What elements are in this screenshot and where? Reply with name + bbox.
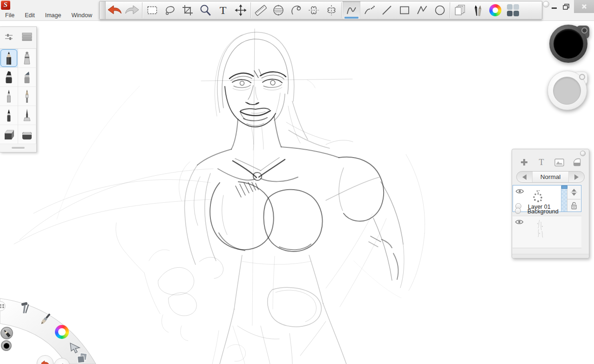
color-puck[interactable] — [547, 70, 588, 111]
brush-paintbrush[interactable] — [18, 87, 36, 106]
menu-image[interactable]: Image — [40, 10, 67, 21]
layer01-thumbnail — [527, 187, 549, 204]
french-curve-guide-tool[interactable] — [287, 1, 305, 19]
fill-layer-button[interactable] — [573, 158, 581, 168]
add-layer-icon — [520, 158, 528, 166]
layers-panel-pin[interactable] — [580, 151, 586, 156]
layers-panel-titlebar[interactable] — [512, 149, 589, 157]
ruler-guide-tool[interactable] — [252, 1, 270, 19]
current-color-swatch — [4, 343, 9, 349]
brush-eraser-soft[interactable] — [18, 125, 36, 144]
toolbar-divider — [341, 2, 342, 18]
rectangle-stroke-tool[interactable] — [396, 1, 413, 19]
eraser-soft-icon — [20, 128, 34, 141]
left-arrow-icon — [522, 174, 526, 180]
selected-tool-underline — [344, 17, 358, 19]
lagoon-brush-button[interactable] — [39, 312, 53, 328]
background-visibility-toggle[interactable] — [515, 218, 524, 227]
lasso-select-tool[interactable] — [161, 1, 179, 19]
app-logo: S — [1, 0, 10, 10]
freeform-stroke-tool[interactable] — [343, 1, 360, 19]
ink-pen-icon — [21, 70, 33, 84]
brush-puck-preview — [554, 29, 583, 59]
brush-palette-footer — [0, 144, 36, 152]
text-layer-button[interactable]: T — [537, 158, 546, 169]
symmetry-horizontal-tool[interactable] — [305, 1, 323, 19]
close-icon — [581, 4, 587, 9]
lagoon-layers-button[interactable] — [76, 352, 89, 364]
layers-panel: T Normal — [512, 149, 589, 258]
ellipse-guide-tool[interactable] — [270, 1, 287, 19]
brush-palette-resize-grip[interactable] — [12, 147, 25, 149]
current-color-indicator[interactable] — [1, 340, 12, 351]
rect-select-tool[interactable] — [143, 1, 161, 19]
add-layer-button[interactable] — [520, 158, 528, 168]
brush-eraser-hard[interactable] — [0, 125, 18, 144]
blend-mode-value[interactable]: Normal — [532, 172, 569, 182]
layers-panel-resize-grip[interactable] — [512, 254, 589, 258]
crop-tool[interactable] — [179, 1, 196, 19]
layers-panel-toggle[interactable] — [451, 1, 469, 19]
lagoon-color-button[interactable] — [55, 325, 69, 339]
zoom-tool[interactable] — [196, 1, 214, 19]
sketchbook-app: { "app": { "name": "SketchBook Pro", "lo… — [0, 0, 594, 364]
symmetry-vertical-tool[interactable] — [323, 1, 340, 19]
toolbar-pin-handle[interactable] — [543, 1, 549, 7]
rectangle-stroke-icon — [398, 4, 411, 17]
move-layer-up-icon — [572, 189, 576, 192]
background-select-radio[interactable] — [515, 208, 521, 214]
menu-file[interactable]: File — [0, 10, 20, 21]
layer-row-background[interactable]: Background — [513, 216, 581, 248]
brush-airbrush[interactable] — [18, 49, 36, 68]
brush-pen-icon — [3, 108, 15, 122]
main-toolbar: T — [99, 1, 542, 20]
fill-layer-icon — [573, 158, 581, 166]
undo-icon — [40, 360, 50, 364]
blend-mode-next-button[interactable] — [569, 172, 584, 182]
redo-button[interactable] — [123, 1, 141, 19]
polyline-stroke-tool[interactable] — [413, 1, 431, 19]
menu-edit[interactable]: Edit — [20, 10, 40, 21]
layer01-visibility-toggle[interactable] — [515, 188, 524, 196]
brush-pencil[interactable] — [0, 49, 18, 68]
layer-reorder-control[interactable] — [567, 185, 580, 199]
brush-ink-pen[interactable] — [18, 68, 36, 87]
transform-tool[interactable] — [232, 1, 250, 19]
layer01-opacity-slider[interactable] — [561, 185, 567, 212]
ellipse-stroke-tool[interactable] — [431, 1, 449, 19]
color-puck-swatch — [553, 77, 581, 105]
brush-palette-toggle[interactable] — [469, 1, 486, 19]
color-wheel-toggle[interactable] — [486, 1, 504, 19]
dotted-stroke-tool[interactable] — [360, 1, 378, 19]
restore-button[interactable] — [561, 2, 571, 11]
line-stroke-tool[interactable] — [378, 1, 396, 19]
interface-icon — [507, 4, 520, 17]
brush-properties-icon[interactable] — [4, 32, 14, 44]
blend-mode-prev-button[interactable] — [517, 172, 532, 182]
redo-icon — [57, 363, 67, 364]
undo-button[interactable] — [106, 1, 123, 19]
transform-icon — [234, 4, 247, 17]
restore-icon — [563, 4, 569, 10]
import-image-button[interactable] — [554, 159, 564, 168]
toolbar-grip[interactable] — [100, 1, 106, 19]
current-brush-indicator[interactable] — [0, 327, 13, 339]
brush-ballpoint-pen[interactable] — [0, 87, 18, 106]
interface-toggle[interactable] — [504, 1, 522, 19]
chisel-marker-icon — [3, 70, 15, 84]
minimize-button[interactable] — [549, 3, 559, 10]
brush-library-icon[interactable] — [21, 32, 33, 43]
brush-chisel-marker[interactable] — [0, 68, 18, 87]
opacity-slider-handle[interactable] — [561, 185, 567, 189]
menu-window[interactable]: Window — [66, 10, 97, 21]
brush-detail-brush[interactable] — [18, 106, 36, 125]
brush-brush-pen[interactable] — [0, 106, 18, 125]
paintbrush-icon — [39, 312, 53, 326]
background-thumbnail — [526, 218, 554, 239]
lagoon-tools-button[interactable] — [18, 301, 32, 317]
close-button[interactable] — [574, 0, 594, 13]
lock-transparency-toggle[interactable] — [567, 199, 580, 212]
brush-puck[interactable] — [549, 25, 590, 63]
text-tool[interactable]: T — [214, 1, 232, 19]
lasso-select-icon — [163, 4, 176, 17]
